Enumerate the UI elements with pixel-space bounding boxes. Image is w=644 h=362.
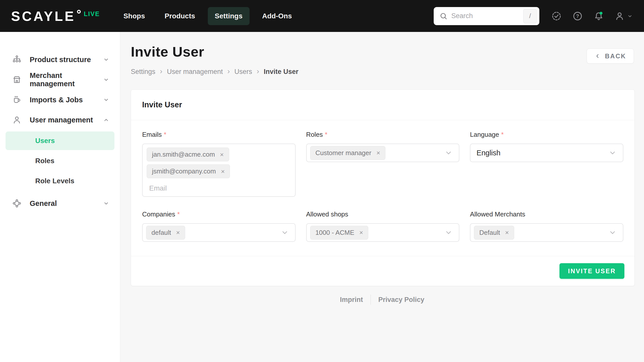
required-asterisk: * — [177, 210, 180, 218]
search-bar[interactable]: / — [434, 7, 539, 25]
card-footer: INVITE USER — [131, 256, 634, 286]
imprint-link[interactable]: Imprint — [340, 296, 363, 304]
topbar-icons: ? — [551, 11, 633, 22]
environment-badge: LIVE — [84, 10, 100, 18]
required-asterisk: * — [164, 131, 166, 139]
companies-field: Companies * default × — [142, 210, 296, 242]
svg-text:?: ? — [576, 13, 579, 19]
breadcrumb-separator-icon: › — [160, 67, 163, 76]
remove-chip-icon[interactable]: × — [359, 229, 363, 236]
language-select[interactable]: English — [470, 144, 623, 162]
page-footer: Imprint Privacy Policy — [120, 295, 644, 305]
page-title: Invite User — [131, 43, 298, 60]
emails-label: Emails * — [142, 131, 296, 139]
emails-field: Emails * jan.smith@acme.com × jsmi — [142, 131, 296, 197]
shop-chip: 1000 - ACME × — [310, 226, 369, 240]
status-check-button[interactable] — [551, 11, 562, 22]
chevron-down-icon — [102, 96, 110, 104]
search-icon — [439, 12, 448, 20]
chevron-left-icon — [594, 53, 601, 59]
roles-field: Roles * Customer manager × — [306, 131, 460, 197]
nav-item-shops[interactable]: Shops — [116, 7, 152, 25]
notifications-bell-icon — [593, 11, 604, 21]
email-chip: jsmith@company.com × — [147, 164, 230, 178]
breadcrumb-separator-icon: › — [227, 67, 230, 76]
help-button[interactable]: ? — [572, 11, 583, 22]
nav-item-settings[interactable]: Settings — [208, 7, 250, 25]
sidebar-item-imports-jobs[interactable]: Imports & Jobs — [0, 90, 120, 110]
notification-dot — [599, 12, 602, 15]
logo-ring-icon — [77, 10, 81, 14]
roles-select[interactable]: Customer manager × — [306, 144, 460, 162]
help-icon: ? — [572, 11, 583, 21]
search-shortcut-key: / — [523, 9, 537, 23]
privacy-policy-link[interactable]: Privacy Policy — [378, 296, 424, 304]
allowed-shops-select[interactable]: 1000 - ACME × — [306, 223, 460, 242]
email-chip: jan.smith@acme.com × — [147, 148, 229, 161]
invite-user-form: Emails * jan.smith@acme.com × jsmi — [131, 120, 634, 256]
email-input[interactable] — [147, 181, 284, 194]
chevron-down-icon — [608, 149, 617, 157]
breadcrumb-separator-icon: › — [257, 67, 259, 76]
mug-icon — [12, 95, 22, 105]
main-content: Invite User Settings › User management ›… — [120, 32, 644, 362]
language-value: English — [474, 149, 500, 157]
allowed-merchants-label: Allowed Merchants — [470, 210, 623, 218]
breadcrumb-user-management[interactable]: User management — [167, 68, 223, 76]
remove-chip-icon[interactable]: × — [221, 168, 225, 175]
language-field: Language * English — [470, 131, 623, 197]
footer-divider — [371, 295, 371, 305]
notifications-button[interactable] — [593, 11, 604, 22]
topbar: SCAYLE LIVE Shops Products Settings Add-… — [0, 0, 644, 32]
chevron-down-icon — [280, 228, 289, 237]
role-chip: Customer manager × — [310, 146, 386, 160]
invite-user-button[interactable]: INVITE USER — [559, 263, 624, 279]
remove-chip-icon[interactable]: × — [220, 151, 224, 158]
companies-select[interactable]: default × — [142, 223, 296, 242]
remove-chip-icon[interactable]: × — [376, 150, 380, 156]
brand-logo[interactable]: SCAYLE LIVE — [11, 9, 100, 23]
nav-item-products[interactable]: Products — [157, 7, 202, 25]
sidebar-submenu-user-management: Users Roles Role Levels — [0, 130, 120, 193]
account-menu-button[interactable] — [614, 11, 633, 21]
required-asterisk: * — [325, 131, 327, 139]
remove-chip-icon[interactable]: × — [176, 229, 180, 236]
remove-chip-icon[interactable]: × — [505, 229, 509, 236]
breadcrumb-users[interactable]: Users — [234, 68, 252, 76]
sidebar-item-general[interactable]: General — [0, 193, 120, 213]
allowed-merchants-select[interactable]: Default × — [470, 223, 623, 242]
sidebar-item-merchant-management[interactable]: Merchant management — [0, 70, 120, 90]
page-header: Invite User Settings › User management ›… — [120, 32, 644, 76]
chevron-down-icon — [102, 200, 110, 207]
allowed-shops-label: Allowed shops — [306, 210, 460, 218]
chevron-up-icon — [102, 116, 110, 124]
store-icon — [12, 75, 22, 84]
card-title: Invite User — [142, 100, 182, 109]
sidebar-item-product-structure[interactable]: Product structure — [0, 50, 120, 70]
companies-label: Companies * — [142, 210, 296, 218]
language-label: Language * — [470, 131, 623, 139]
merchant-chip: Default × — [474, 226, 514, 240]
search-input[interactable] — [451, 12, 523, 20]
sidebar-item-role-levels[interactable]: Role Levels — [6, 172, 114, 190]
hierarchy-icon — [12, 55, 22, 64]
breadcrumb: Settings › User management › Users › Inv… — [131, 67, 298, 76]
sidebar-item-users[interactable]: Users — [6, 131, 114, 150]
main-nav: Shops Products Settings Add-Ons — [116, 7, 299, 25]
back-button[interactable]: BACK — [587, 49, 634, 64]
sidebar-item-user-management[interactable]: User management — [0, 110, 120, 130]
nav-item-addons[interactable]: Add-Ons — [255, 7, 299, 25]
chevron-down-icon — [102, 56, 110, 63]
sidebar-item-roles[interactable]: Roles — [6, 152, 114, 170]
allowed-shops-field: Allowed shops 1000 - ACME × — [306, 210, 460, 242]
status-check-icon — [551, 11, 562, 21]
chevron-down-icon — [608, 228, 617, 237]
card-header: Invite User — [131, 90, 634, 120]
allowed-merchants-field: Allowed Merchants Default × — [470, 210, 623, 242]
roles-label: Roles * — [306, 131, 460, 139]
chevron-down-icon — [444, 149, 453, 157]
emails-input-box[interactable]: jan.smith@acme.com × jsmith@company.com … — [142, 144, 296, 197]
breadcrumb-settings[interactable]: Settings — [131, 68, 155, 76]
breadcrumb-invite-user: Invite User — [264, 68, 298, 76]
invite-user-card: Invite User Emails * jan.smith@acme.com … — [131, 89, 635, 286]
